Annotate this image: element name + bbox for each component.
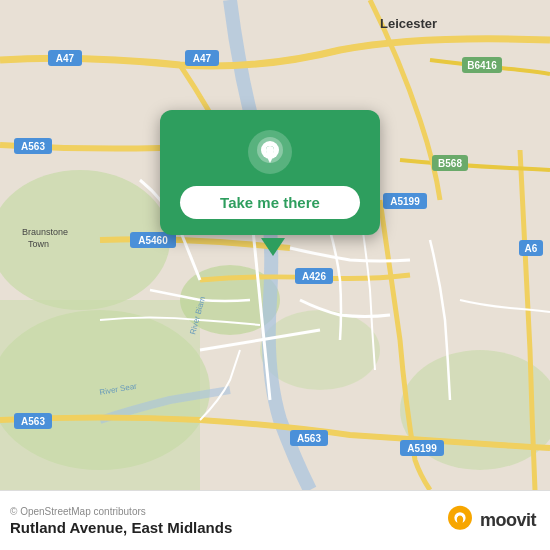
location-pin-icon [246,128,294,176]
svg-point-42 [458,515,463,520]
bottom-left: © OpenStreetMap contributors Rutland Ave… [10,506,232,536]
svg-text:A6: A6 [525,243,538,254]
svg-text:A426: A426 [302,271,326,282]
svg-text:A47: A47 [56,53,75,64]
svg-text:A5199: A5199 [390,196,420,207]
location-name: Rutland Avenue, East Midlands [10,519,232,536]
svg-text:Braunstone: Braunstone [22,227,68,237]
svg-text:A563: A563 [297,433,321,444]
popup-card: Take me there [160,110,380,235]
moovit-logo: moovit [444,505,536,537]
svg-text:Town: Town [28,239,49,249]
svg-text:A5460: A5460 [138,235,168,246]
svg-text:A47: A47 [193,53,212,64]
moovit-pin-icon [444,505,476,537]
map-container: Leicester A47 A47 A563 A563 A563 A5460 A… [0,0,550,490]
svg-text:A563: A563 [21,141,45,152]
svg-text:A563: A563 [21,416,45,427]
popup-tail [261,238,285,256]
bottom-bar: © OpenStreetMap contributors Rutland Ave… [0,490,550,550]
moovit-text: moovit [480,510,536,531]
svg-text:Leicester: Leicester [380,16,437,31]
osm-credit: © OpenStreetMap contributors [10,506,232,517]
take-me-there-button[interactable]: Take me there [180,186,360,219]
svg-text:B6416: B6416 [467,60,497,71]
svg-text:B568: B568 [438,158,462,169]
svg-text:A5199: A5199 [407,443,437,454]
